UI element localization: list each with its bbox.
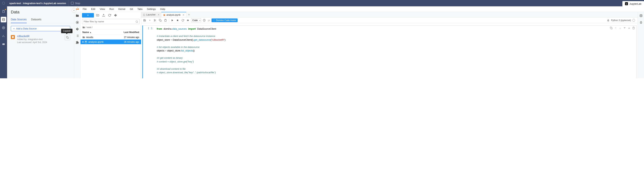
new-folder-button[interactable] [96, 13, 100, 18]
copy-snippet-button[interactable] [65, 35, 70, 40]
add-tab-button[interactable]: + [186, 12, 192, 17]
code-assist-button[interactable]: Domino Code Assist [212, 18, 238, 22]
svg-line-23 [137, 22, 138, 22]
stop-button[interactable]: Stop [68, 2, 83, 5]
file-modified: 27 minutes ago [124, 36, 139, 38]
svg-rect-32 [165, 19, 166, 20]
cut-button[interactable] [153, 18, 157, 22]
svg-rect-25 [86, 42, 86, 42]
rail-item-metrics[interactable] [1, 33, 6, 39]
jupyterlab: FileEditViewRunKernelGitTabsSettingsHelp… [74, 6, 644, 78]
file-filter-input[interactable] [82, 19, 140, 24]
menu-git[interactable]: Git [128, 7, 135, 11]
menu-tabs[interactable]: Tabs [136, 7, 144, 11]
svg-rect-40 [611, 28, 612, 29]
close-icon[interactable]: × [183, 14, 184, 16]
workspace-tab[interactable]: Jp JupyterLab [622, 1, 644, 6]
kernel-indicator[interactable]: Python 3 (ipykernel) [607, 19, 636, 22]
copy-button[interactable] [158, 18, 162, 22]
rail-item-files[interactable] [1, 8, 6, 14]
toc-icon[interactable] [75, 33, 80, 38]
session-title: spark-test : integration-test's JupyterL… [7, 2, 68, 5]
stop-icon [71, 2, 74, 4]
upload-button[interactable] [101, 13, 106, 18]
menu-run[interactable]: Run [108, 7, 116, 11]
menu-settings[interactable]: Settings [145, 7, 158, 11]
data-source-item[interactable]: s3bucketR Added by: integration-test Las… [7, 34, 74, 44]
folder-icon [82, 36, 85, 38]
app-root: spark-test : integration-test's JupyterL… [0, 0, 644, 78]
git-toolbar-button[interactable] [113, 13, 118, 18]
rail-item-data[interactable] [1, 17, 6, 22]
search-icon [136, 20, 138, 23]
property-inspector-icon[interactable] [638, 13, 644, 18]
filebrowser-icon[interactable] [75, 13, 80, 18]
fb-header-modified[interactable]: Last Modified [124, 31, 139, 34]
cell-prompt: [ ]: [143, 26, 155, 78]
refresh-button[interactable] [107, 13, 112, 18]
tab-analysis[interactable]: ▣ analysis.ipynb × [161, 12, 186, 17]
debugger-icon[interactable] [638, 20, 644, 25]
notebook-toolbar: + Code git Domino [141, 18, 638, 23]
tab-datasets[interactable]: Datasets [31, 16, 41, 23]
kernel-status-icon [632, 19, 635, 22]
restart-run-all-button[interactable] [186, 18, 190, 22]
insert-below-icon[interactable] [628, 26, 631, 30]
add-data-source-label: Add a Data Source [16, 27, 37, 30]
git-icon[interactable] [75, 26, 80, 32]
svg-marker-36 [188, 20, 189, 21]
svg-point-45 [640, 15, 642, 16]
fb-header: Name ▲ Last Modified [80, 30, 141, 35]
jlab-body: + / mnt / Name ▲ [74, 12, 644, 78]
svg-rect-6 [2, 44, 5, 45]
git-status[interactable]: git [207, 19, 211, 22]
svg-point-26 [154, 19, 155, 20]
svg-point-10 [79, 8, 79, 8]
tab-data-sources[interactable]: Data Sources [11, 16, 27, 23]
data-panel-tabs: Data Sources Datasets [7, 16, 74, 23]
stop-kernel-button[interactable] [175, 18, 180, 22]
paste-button[interactable] [163, 18, 168, 22]
code-assist-label: Domino Code Assist [216, 19, 236, 22]
duplicate-cell-icon[interactable] [610, 26, 613, 30]
save-button[interactable] [142, 18, 147, 22]
document-tabs: ▢ Launcher × ▣ analysis.ipynb × + [141, 12, 638, 18]
close-icon[interactable]: × [158, 13, 159, 16]
collapse-button[interactable] [72, 8, 76, 13]
menu-help[interactable]: Help [158, 7, 167, 11]
modified-dot-icon [82, 42, 84, 42]
breadcrumb[interactable]: / mnt / [80, 25, 141, 30]
menu-view[interactable]: View [98, 7, 107, 11]
jlab-left-sidebar [74, 12, 80, 78]
data-source-info: s3bucketR Added by: integration-test Las… [17, 35, 47, 44]
rail-item-settings[interactable] [1, 25, 6, 30]
menu-edit[interactable]: Edit [89, 7, 97, 11]
tab-launcher[interactable]: ▢ Launcher × [141, 12, 161, 17]
cell-editor[interactable]: ↑↓from domino.data_sources import DataSo… [155, 26, 636, 78]
menu-file[interactable]: File [81, 7, 88, 11]
new-launcher-button[interactable]: + [82, 13, 94, 18]
extensions-icon[interactable] [75, 40, 80, 45]
add-cell-button[interactable]: + [148, 18, 152, 22]
rail-item-card[interactable] [1, 42, 6, 47]
fb-header-name[interactable]: Name ▲ [82, 31, 124, 34]
data-source-last-accessed: Last accessed: April 3rd, 2024 [17, 41, 47, 44]
move-up-icon[interactable]: ↑ [614, 26, 617, 30]
running-icon[interactable] [75, 20, 80, 25]
run-button[interactable] [170, 18, 174, 22]
menu-kernel[interactable]: Kernel [116, 7, 127, 11]
code-cell[interactable]: [ ]: ↑↓from domino.data_sources import D… [142, 25, 636, 78]
copied-tooltip: Copied! [61, 29, 72, 33]
file-row[interactable]: results27 minutes ago [80, 35, 141, 40]
restart-button[interactable] [180, 18, 185, 22]
svg-point-38 [213, 20, 215, 21]
notebook-icon: ▣ [163, 14, 165, 16]
delete-cell-icon[interactable] [632, 26, 635, 30]
move-down-icon[interactable]: ↓ [618, 26, 622, 30]
cell-type-select[interactable]: Code [191, 18, 201, 22]
notebook-icon [84, 41, 87, 43]
insert-above-icon[interactable] [623, 26, 626, 30]
tab-launcher-label: Launcher [146, 14, 156, 16]
file-row[interactable]: analysis.ipynb26 minutes ago [80, 40, 141, 44]
timing-button[interactable] [202, 18, 206, 22]
